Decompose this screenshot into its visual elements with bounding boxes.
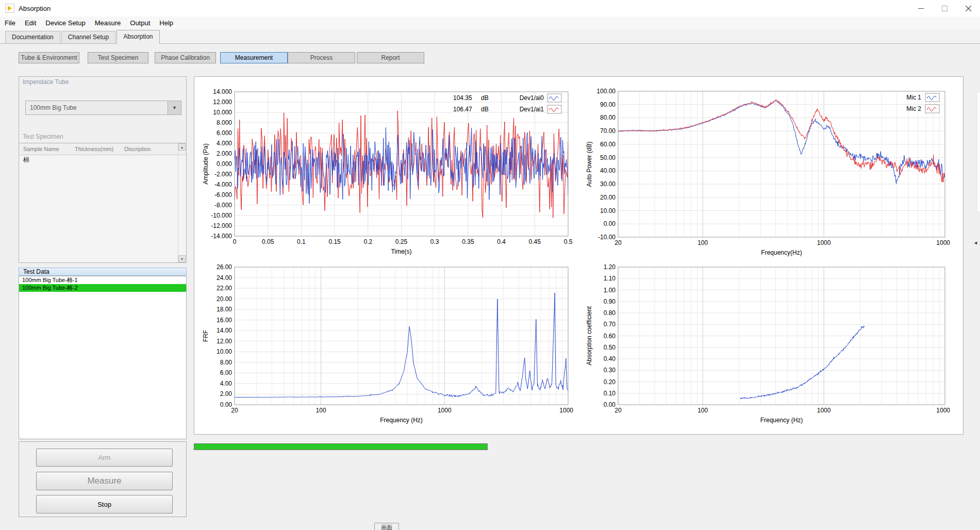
maximize-icon xyxy=(942,6,948,11)
svg-text:Time(s): Time(s) xyxy=(391,248,411,255)
menu-edit[interactable]: Edit xyxy=(20,16,41,30)
menu-device-setup[interactable]: Device Setup xyxy=(41,16,90,30)
svg-text:14.00: 14.00 xyxy=(217,327,232,334)
tab-absorption[interactable]: Absorption xyxy=(117,30,159,44)
menu-measure[interactable]: Measure xyxy=(90,16,126,30)
control-button-panel: Arm Measure Stop xyxy=(19,441,187,517)
impedance-tube-dropdown[interactable]: 100mm Big Tube ▼ xyxy=(25,101,181,115)
bottom-page-tab[interactable]: 画面 xyxy=(374,523,399,530)
svg-text:104.35: 104.35 xyxy=(453,94,472,102)
test-specimen-table[interactable]: Sample Name Thickness(mm) Discription 棉 … xyxy=(19,143,187,263)
scroll-up-icon[interactable]: ▲ xyxy=(178,143,186,151)
app-icon xyxy=(5,4,14,13)
svg-text:20: 20 xyxy=(231,407,238,414)
svg-text:0: 0 xyxy=(233,238,237,245)
svg-text:0.00: 0.00 xyxy=(604,401,616,408)
specimen-table-scrollbar[interactable]: ▲ ▼ xyxy=(178,143,186,262)
minimize-button[interactable] xyxy=(909,0,933,16)
svg-text:-14.000: -14.000 xyxy=(211,233,232,240)
svg-text:50.00: 50.00 xyxy=(600,154,616,161)
dropdown-arrow-icon: ▼ xyxy=(168,101,181,114)
splitter-arrow-icon[interactable]: ◄ xyxy=(973,240,978,245)
svg-text:20: 20 xyxy=(614,407,622,414)
measure-button[interactable]: Measure xyxy=(36,472,173,490)
stop-button[interactable]: Stop xyxy=(36,495,173,514)
title-bar: Absorption xyxy=(0,0,980,17)
svg-text:Frequency (Hz): Frequency (Hz) xyxy=(760,417,803,424)
auto-power-chart: 100.0090.0080.0070.0060.0050.0040.0030.0… xyxy=(585,82,950,262)
list-item-selected[interactable]: 100mm Big Tube-棉-2 xyxy=(19,284,186,292)
test-specimen-label: Test Specimen xyxy=(23,133,63,140)
svg-text:Dev1/ai1: Dev1/ai1 xyxy=(520,106,544,113)
svg-text:12.000: 12.000 xyxy=(213,98,232,106)
svg-text:Mic 1: Mic 1 xyxy=(906,94,921,101)
main-tab-bar: Documentation Channel Setup Absorption xyxy=(0,30,980,44)
svg-text:0.40: 0.40 xyxy=(604,355,616,362)
menu-help[interactable]: Help xyxy=(155,16,178,30)
menu-output[interactable]: Output xyxy=(125,16,155,30)
list-item[interactable]: 100mm Big Tube-棉-1 xyxy=(19,276,186,284)
test-specimen-header: Sample Name Thickness(mm) Discription xyxy=(19,143,186,155)
svg-text:-10.00: -10.00 xyxy=(598,234,616,241)
svg-text:100.00: 100.00 xyxy=(596,88,616,95)
svg-text:8.000: 8.000 xyxy=(217,119,232,126)
svg-text:0.5: 0.5 xyxy=(564,238,573,245)
minimize-icon xyxy=(918,6,924,11)
svg-text:0.05: 0.05 xyxy=(262,238,274,245)
tab-documentation[interactable]: Documentation xyxy=(5,31,60,43)
svg-text:0.2: 0.2 xyxy=(363,238,372,245)
impedance-tube-selected-value: 100mm Big Tube xyxy=(26,101,168,114)
svg-text:Auto Power (dB): Auto Power (dB) xyxy=(586,141,593,187)
svg-text:0.50: 0.50 xyxy=(604,344,616,351)
maximize-button[interactable] xyxy=(933,0,956,16)
close-button[interactable] xyxy=(956,0,980,16)
svg-text:Amplitude (Pa): Amplitude (Pa) xyxy=(202,143,209,184)
svg-text:20.00: 20.00 xyxy=(217,295,232,303)
svg-text:10.00: 10.00 xyxy=(600,207,616,214)
svg-text:106.47: 106.47 xyxy=(453,106,472,113)
svg-text:1.00: 1.00 xyxy=(604,287,616,294)
svg-text:-2.000: -2.000 xyxy=(214,171,232,178)
absorption-coefficient-chart: 1.201.101.000.900.800.700.600.500.400.30… xyxy=(585,258,950,430)
svg-text:0.30: 0.30 xyxy=(604,367,616,374)
test-data-list[interactable]: 100mm Big Tube-棉-1 100mm Big Tube-棉-2 xyxy=(19,276,187,439)
scroll-down-icon[interactable]: ▼ xyxy=(178,255,186,262)
column-sample-name: Sample Name xyxy=(19,146,71,152)
subtab-tube-environment[interactable]: Tube & Environment xyxy=(19,52,79,63)
right-scrollbar[interactable] xyxy=(976,93,980,211)
svg-text:-10.000: -10.000 xyxy=(211,212,232,219)
subtab-measurement[interactable]: Measurement xyxy=(220,52,288,63)
table-row[interactable]: 棉 xyxy=(19,155,186,164)
test-data-label: Test Data xyxy=(19,268,187,276)
svg-text:4.000: 4.000 xyxy=(217,140,232,147)
svg-text:10000: 10000 xyxy=(559,407,573,414)
svg-text:0.35: 0.35 xyxy=(462,238,474,245)
svg-text:dB: dB xyxy=(481,106,489,113)
subtab-phase-calibration[interactable]: Phase Calibration xyxy=(155,52,216,63)
subtab-test-specimen[interactable]: Test Specimen xyxy=(88,52,148,63)
arm-button[interactable]: Arm xyxy=(36,449,173,467)
svg-text:0.3: 0.3 xyxy=(430,238,439,245)
svg-text:14.000: 14.000 xyxy=(213,88,232,95)
svg-text:26.00: 26.00 xyxy=(217,263,232,271)
column-discription: Discription xyxy=(120,146,172,152)
subtab-report[interactable]: Report xyxy=(357,52,424,63)
svg-text:-6.000: -6.000 xyxy=(214,191,232,198)
svg-text:12.00: 12.00 xyxy=(217,338,232,345)
subtab-process[interactable]: Process xyxy=(288,52,355,63)
tab-channel-setup[interactable]: Channel Setup xyxy=(61,31,115,43)
svg-text:60.00: 60.00 xyxy=(600,141,616,148)
svg-text:1000: 1000 xyxy=(438,407,452,414)
svg-text:0.15: 0.15 xyxy=(328,238,341,245)
svg-text:2.000: 2.000 xyxy=(217,150,232,157)
svg-text:100: 100 xyxy=(697,407,708,414)
measurement-progress-bar xyxy=(194,443,488,450)
svg-text:10000: 10000 xyxy=(936,239,950,246)
impedance-tube-label: Impendace Tube xyxy=(23,78,69,86)
svg-text:70.00: 70.00 xyxy=(600,127,616,135)
menu-file[interactable]: File xyxy=(0,16,20,30)
svg-text:1000: 1000 xyxy=(817,239,831,246)
frf-chart: 26.0024.0022.0020.0018.0016.0014.0012.00… xyxy=(201,258,573,430)
svg-text:Mic 2: Mic 2 xyxy=(906,105,921,112)
svg-text:24.00: 24.00 xyxy=(217,274,232,281)
